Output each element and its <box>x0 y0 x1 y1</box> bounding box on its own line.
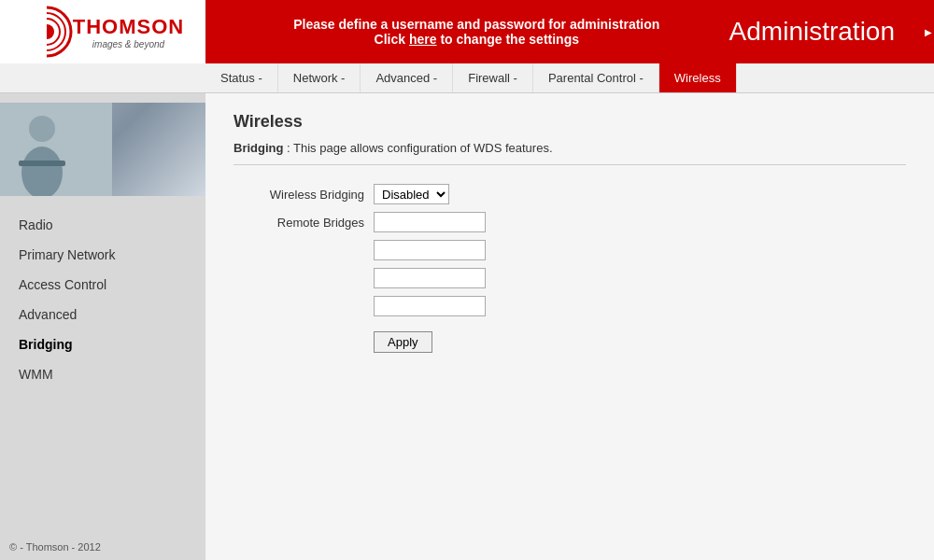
sidebar-item-bridging[interactable]: Bridging <box>0 329 205 359</box>
warning-line1: Please define a username and password fo… <box>293 17 659 32</box>
nav-item-parental[interactable]: Parental Control - <box>533 63 659 92</box>
nav-firewall-label: Firewall - <box>468 71 517 85</box>
sidebar-radio-label: Radio <box>19 217 53 232</box>
remote-bridges-input-4[interactable] <box>374 296 486 316</box>
logo-brand: THOMSON <box>73 15 184 39</box>
sidebar-wmm-label: WMM <box>19 367 53 382</box>
logo-text: THOMSON images & beyond <box>73 15 184 49</box>
header-warning: Please define a username and password fo… <box>224 17 729 47</box>
nav-wireless-label: Wireless <box>674 71 721 85</box>
warning-line2: Click <box>375 32 409 47</box>
main-layout: Radio Primary Network Access Control Adv… <box>0 93 934 560</box>
remote-bridges-input-3[interactable] <box>374 268 486 288</box>
nav-status-label: Status - <box>220 71 262 85</box>
header-title: Administration <box>729 17 904 47</box>
warning-line3: to change the settings <box>437 32 579 47</box>
wireless-bridging-select[interactable]: Disabled Enabled <box>374 184 449 204</box>
logo-area: THOMSON images & beyond <box>0 0 205 63</box>
sidebar-item-radio[interactable]: Radio <box>0 210 205 240</box>
sidebar-nav: Radio Primary Network Access Control Adv… <box>0 205 205 534</box>
remote-bridges-row-4 <box>234 296 906 316</box>
footer-text: © - Thomson - 2012 <box>9 541 101 553</box>
logo-circle-icon <box>21 4 73 60</box>
logo-tagline: images & beyond <box>92 39 164 49</box>
nav-advanced-label: Advanced - <box>375 71 437 85</box>
content-area: Wireless Bridging : This page allows con… <box>205 93 934 560</box>
remote-bridges-label: Remote Bridges <box>234 216 364 230</box>
remote-bridges-row-2 <box>234 240 906 260</box>
remote-bridges-input-1[interactable] <box>374 212 486 232</box>
page-subtitle: Bridging : This page allows configuratio… <box>234 141 906 165</box>
apply-button[interactable]: Apply <box>374 331 432 353</box>
nav-item-wireless[interactable]: Wireless <box>659 63 737 92</box>
sidebar-access-control-label: Access Control <box>19 277 106 292</box>
sidebar-item-access-control[interactable]: Access Control <box>0 270 205 300</box>
scroll-indicator[interactable]: ▶ <box>923 0 934 63</box>
wireless-bridging-row: Wireless Bridging Disabled Enabled <box>234 184 906 204</box>
apply-row: Apply <box>374 331 906 353</box>
scroll-arrow-icon: ▶ <box>925 27 932 37</box>
nav-parental-label: Parental Control - <box>548 71 644 85</box>
svg-rect-8 <box>19 161 65 166</box>
sidebar-primary-network-label: Primary Network <box>19 247 115 262</box>
sidebar-item-primary-network[interactable]: Primary Network <box>0 240 205 270</box>
remote-bridges-input-2[interactable] <box>374 240 486 260</box>
subtitle-label: Bridging <box>234 141 283 155</box>
form-area: Wireless Bridging Disabled Enabled Remot… <box>234 184 906 353</box>
svg-point-6 <box>29 116 55 142</box>
wireless-bridging-label: Wireless Bridging <box>234 188 364 202</box>
sidebar: Radio Primary Network Access Control Adv… <box>0 93 205 560</box>
nav-item-status[interactable]: Status - <box>205 63 278 92</box>
subtitle-text: : This page allows configuration of WDS … <box>283 141 552 155</box>
remote-bridges-row-3 <box>234 268 906 288</box>
header: THOMSON images & beyond Please define a … <box>0 0 934 63</box>
nav-network-label: Network - <box>293 71 346 85</box>
sidebar-photo <box>0 103 205 196</box>
sidebar-advanced-label: Advanced <box>19 307 77 322</box>
sidebar-item-advanced[interactable]: Advanced <box>0 300 205 329</box>
page-title: Wireless <box>234 112 906 132</box>
thomson-logo: THOMSON images & beyond <box>21 4 184 60</box>
remote-bridges-row-1: Remote Bridges <box>234 212 906 232</box>
warning-link[interactable]: here <box>409 32 437 47</box>
sidebar-photo-svg <box>0 103 112 196</box>
nav-item-network[interactable]: Network - <box>278 63 361 92</box>
sidebar-item-wmm[interactable]: WMM <box>0 359 205 389</box>
sidebar-footer: © - Thomson - 2012 <box>0 534 205 560</box>
nav-item-firewall[interactable]: Firewall - <box>453 63 533 92</box>
nav-item-advanced[interactable]: Advanced - <box>361 63 453 92</box>
header-banner: Please define a username and password fo… <box>205 0 923 63</box>
navbar: Status - Network - Advanced - Firewall -… <box>0 63 934 93</box>
svg-point-4 <box>39 24 54 39</box>
sidebar-bridging-label: Bridging <box>19 337 73 352</box>
